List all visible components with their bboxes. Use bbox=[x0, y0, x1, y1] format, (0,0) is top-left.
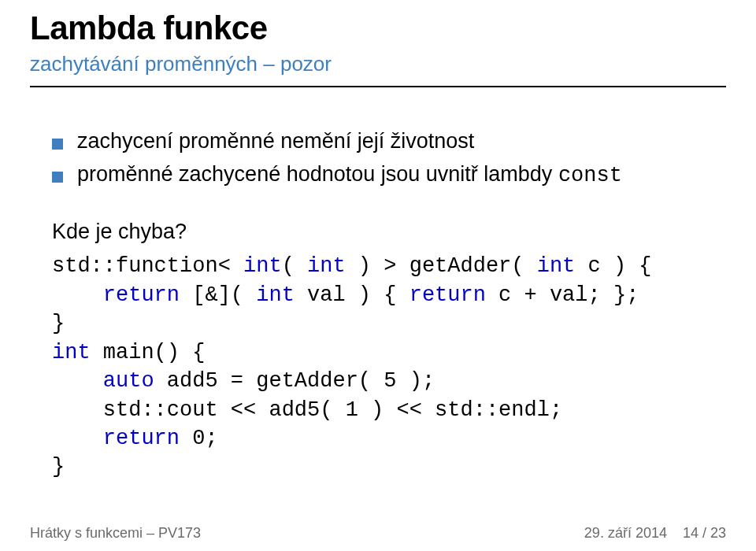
footer-page: 14 / 23 bbox=[683, 525, 726, 541]
header-divider bbox=[30, 86, 726, 87]
code-text: main() { bbox=[91, 341, 206, 364]
code-type: int bbox=[52, 341, 91, 364]
bullet-marker-icon bbox=[52, 172, 63, 183]
bullet-marker-icon bbox=[52, 139, 63, 150]
bullet-text: proměnné zachycené hodnotou jsou uvnitř … bbox=[77, 160, 622, 190]
code-keyword: return bbox=[103, 427, 180, 450]
code-text: ( bbox=[282, 254, 307, 278]
code-text: ) > getAdder( bbox=[346, 254, 537, 278]
code-text: c ) { bbox=[575, 254, 651, 278]
bullet-item: proměnné zachycené hodnotou jsou uvnitř … bbox=[52, 160, 709, 190]
code-text: } bbox=[52, 455, 65, 479]
slide-title: Lambda funkce bbox=[30, 9, 726, 47]
question-label: Kde je chyba? bbox=[52, 217, 709, 246]
code-text: c + val; }; bbox=[486, 283, 639, 307]
bullet-text-part: proměnné zachycené hodnotou jsou uvnitř … bbox=[77, 162, 558, 186]
code-type: int bbox=[307, 254, 346, 278]
footer-right: 29. září 2014 14 / 23 bbox=[584, 525, 726, 542]
code-text bbox=[52, 427, 103, 450]
bullet-list: zachycení proměnné nemění její životnost… bbox=[52, 127, 709, 190]
code-text bbox=[52, 369, 103, 393]
bullet-item: zachycení proměnné nemění její životnost bbox=[52, 127, 709, 155]
code-block: std::function< int( int ) > getAdder( in… bbox=[52, 252, 709, 482]
code-text: std::cout << add5( 1 ) << std::endl; bbox=[52, 398, 562, 422]
slide: Lambda funkce zachytávání proměnných – p… bbox=[0, 0, 756, 551]
code-text bbox=[52, 283, 103, 307]
footer-date: 29. září 2014 bbox=[584, 525, 667, 541]
code-text: 0; bbox=[180, 427, 218, 450]
inline-code: const bbox=[558, 164, 622, 187]
code-keyword: return bbox=[103, 283, 180, 307]
code-text: } bbox=[52, 312, 65, 335]
code-type: int bbox=[537, 254, 576, 278]
slide-subtitle: zachytávání proměnných – pozor bbox=[30, 52, 726, 76]
code-text: add5 = getAdder( 5 ); bbox=[154, 369, 435, 393]
code-type: int bbox=[243, 254, 282, 278]
code-text: std::function< bbox=[52, 254, 243, 278]
slide-header: Lambda funkce zachytávání proměnných – p… bbox=[0, 0, 756, 87]
slide-body: zachycení proměnné nemění její životnost… bbox=[0, 94, 756, 482]
code-text: [&]( bbox=[180, 283, 256, 307]
slide-footer: Hrátky s funkcemi – PV173 29. září 2014 … bbox=[0, 525, 756, 542]
footer-left: Hrátky s funkcemi – PV173 bbox=[30, 525, 201, 542]
bullet-text: zachycení proměnné nemění její životnost bbox=[77, 127, 474, 155]
code-keyword: auto bbox=[103, 369, 154, 393]
code-type: int bbox=[256, 283, 295, 307]
code-keyword: return bbox=[410, 283, 486, 307]
code-text: val ) { bbox=[295, 283, 410, 307]
